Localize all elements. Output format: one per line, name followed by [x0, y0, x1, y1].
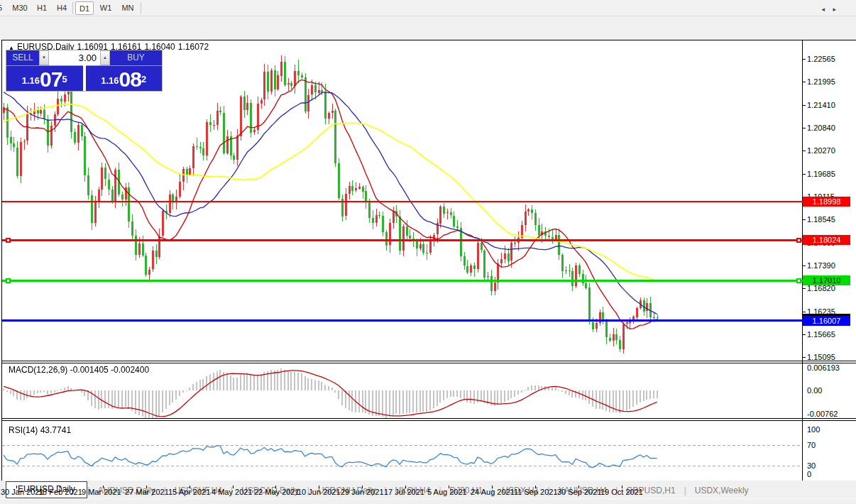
volume-input[interactable] [49, 50, 100, 65]
date-axis-label: 24 Aug 2021 [471, 488, 515, 496]
buy-price-display[interactable]: 1.16 08 2 [86, 65, 163, 91]
level-drag-handle[interactable] [796, 238, 801, 243]
sell-button[interactable]: SELL [6, 50, 39, 65]
price-axis-label: 1.18545 [807, 215, 835, 224]
rsi-axis-label: 30 [807, 461, 816, 470]
buy-price-big: 08 [119, 70, 141, 89]
chart-canvas[interactable] [2, 40, 802, 483]
date-axis-label: 18 Feb 2021 [38, 488, 82, 496]
price-axis-label: 1.19685 [807, 170, 835, 178]
date-axis-label: 9 Mar 2021 [82, 488, 121, 496]
price-axis-label: 1.21995 [807, 77, 835, 86]
price-axis-label: 1.22565 [807, 55, 835, 63]
timeframe-button-d1[interactable]: D1 [75, 1, 94, 15]
date-axis-label: 10 Jun 2021 [297, 488, 341, 496]
date-axis-label: 5 Aug 2021 [427, 488, 467, 496]
sell-price-sup: 5 [62, 66, 67, 93]
date-axis-label: 17 Jul 2021 [384, 488, 424, 496]
price-level-badge-1.18998: 1.18998 [803, 197, 850, 207]
level-drag-handle[interactable] [6, 278, 11, 283]
price-axis-tick [803, 288, 806, 289]
rsi-axis-label: 70 [807, 441, 816, 449]
price-axis-tick [803, 82, 806, 82]
macd-axis-label: 0.006193 [807, 363, 840, 372]
toolbar-separator [141, 2, 141, 14]
volume-increase-button[interactable]: ▲ [100, 50, 110, 65]
date-axis-label: 15 Apr 2021 [168, 488, 210, 496]
price-level-line-1.18998[interactable] [2, 201, 803, 202]
price-level-line-1.18024[interactable] [2, 239, 803, 241]
price-level-line-1.16007[interactable] [2, 319, 803, 322]
date-axis-label: 30 Sep 2021 [557, 488, 601, 496]
rsi-label: RSI(14) 43.7741 [9, 425, 71, 435]
volume-decrease-button[interactable]: ▼ [39, 50, 49, 65]
rsi-axis-label: 0 [807, 470, 811, 478]
one-click-trade-panel: SELL ▼ ▲ BUY 1.16 07 5 1.16 08 2 [6, 50, 163, 92]
macd-axis-label: -0.00762 [807, 410, 838, 418]
price-level-badge-1.17010: 1.17010 [803, 275, 850, 285]
sell-price-big: 07 [40, 70, 62, 89]
date-axis-label: 4 May 2021 [212, 488, 252, 496]
price-axis-tick [803, 357, 806, 358]
price-axis-tick [803, 128, 806, 128]
macd-axis-label: 0.00 [807, 386, 822, 395]
price-axis-tick [803, 334, 806, 335]
price-level-line-1.17010[interactable] [2, 280, 803, 282]
timeframe-toolbar: 5M30H1H4D1W1MN [0, 0, 856, 16]
ohlc-close: 1.16072 [178, 42, 209, 52]
buy-price-prefix: 1.16 [101, 72, 119, 89]
date-axis-label: 27 Mar 2021 [125, 488, 169, 496]
date-axis-label: 11 Sep 2021 [514, 488, 558, 496]
price-axis-tick [803, 265, 806, 266]
timeframe-button-h4[interactable]: H4 [53, 1, 71, 15]
date-axis-label: 22 May 2021 [254, 488, 300, 496]
terminal-window: 5M30H1H4D1W1MN ▲EURUSD,Daily1.160911.161… [0, 0, 856, 504]
price-axis-tick [803, 219, 806, 220]
price-axis-tick [803, 59, 806, 60]
price-axis-tick [803, 105, 806, 106]
status-bar [0, 498, 856, 504]
price-axis-tick [803, 150, 806, 151]
level-drag-handle[interactable] [6, 238, 11, 243]
timeframe-button-h1[interactable]: H1 [33, 1, 51, 15]
timeframe-button-5[interactable]: 5 [0, 1, 6, 15]
price-axis-label: 1.21410 [807, 101, 835, 109]
price-level-badge-1.18024: 1.18024 [803, 235, 850, 245]
date-axis-label: 30 Jan 2021 [1, 488, 44, 496]
level-drag-handle[interactable] [796, 278, 801, 283]
tab-scroll-buttons: ◂ ▸ [815, 6, 836, 13]
macd-label: MACD(12,26,9) -0.001405 -0.002400 [9, 365, 149, 375]
price-level-badge-1.16007: 1.16007 [803, 316, 850, 326]
timeframe-button-m30[interactable]: M30 [9, 1, 31, 15]
price-axis-tick [803, 174, 806, 175]
price-axis-label: 1.15095 [807, 353, 835, 361]
date-axis-label: 19 Oct 2021 [600, 488, 643, 496]
price-axis-tick [803, 312, 806, 312]
buy-price-sup: 2 [141, 66, 146, 93]
tab-scroll-right-icon[interactable]: ▸ [833, 6, 836, 13]
sell-price-prefix: 1.16 [22, 72, 40, 89]
price-axis-divider [802, 40, 803, 483]
chart-tab-usdx-weekly[interactable]: USDX,Weekly [686, 483, 757, 498]
chart-window: ▲EURUSD,Daily1.160911.161611.160401.1607… [0, 16, 856, 481]
date-axis-label: 29 Jun 2021 [341, 488, 384, 496]
price-axis-label: 1.20840 [807, 124, 835, 132]
sell-price-display[interactable]: 1.16 07 5 [6, 65, 83, 91]
price-axis-label: 1.17390 [807, 261, 835, 270]
rsi-axis-label: 100 [807, 425, 820, 434]
tab-scroll-left-icon[interactable]: ◂ [821, 6, 825, 13]
timeframe-button-w1[interactable]: W1 [97, 1, 115, 15]
buy-button[interactable]: BUY [110, 50, 162, 65]
toolbar-separator [72, 2, 73, 14]
timeframe-button-mn[interactable]: MN [118, 1, 138, 15]
price-axis-label: 1.20270 [807, 146, 835, 155]
price-axis-label: 1.15665 [807, 330, 835, 339]
